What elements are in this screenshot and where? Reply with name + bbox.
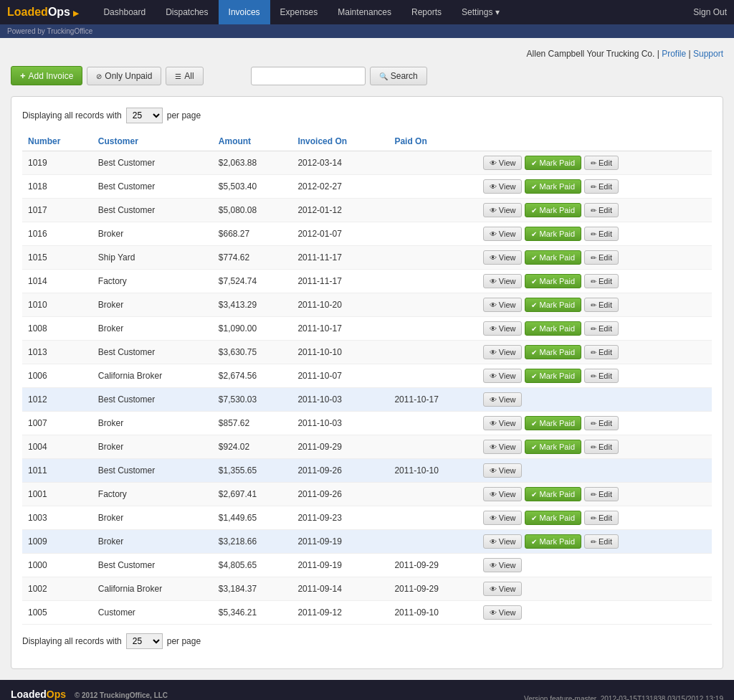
- view-button[interactable]: View: [483, 440, 523, 454]
- eye-icon: [490, 372, 497, 380]
- view-button[interactable]: View: [483, 274, 523, 288]
- eye-icon: [490, 561, 497, 569]
- table-row: 1001 Factory $2,697.41 2011-09-26 View M…: [22, 483, 712, 506]
- view-button[interactable]: View: [483, 582, 523, 596]
- cell-invoiced: 2011-10-10: [292, 341, 389, 364]
- check-icon: [531, 490, 537, 498]
- cell-number: 1006: [22, 364, 92, 388]
- mark-paid-button[interactable]: Mark Paid: [525, 179, 581, 194]
- edit-button[interactable]: Edit: [584, 298, 619, 312]
- only-unpaid-button[interactable]: Only Unpaid: [87, 67, 161, 85]
- view-button[interactable]: View: [483, 227, 523, 241]
- mark-paid-button[interactable]: Mark Paid: [525, 345, 581, 359]
- mark-paid-button[interactable]: Mark Paid: [525, 203, 581, 217]
- eye-icon: [490, 324, 497, 333]
- per-page-select-top[interactable]: 2550100: [126, 108, 163, 123]
- cell-invoiced: 2012-02-27: [292, 175, 389, 199]
- cell-paid: [389, 222, 477, 246]
- edit-button[interactable]: Edit: [584, 250, 619, 265]
- check-icon: [531, 159, 537, 167]
- pencil-icon: [591, 230, 596, 238]
- cell-amount: $3,184.37: [213, 577, 292, 601]
- eye-icon: [490, 395, 497, 404]
- cell-paid: [389, 317, 477, 341]
- nav-settings[interactable]: Settings ▾: [452, 0, 510, 24]
- edit-button[interactable]: Edit: [584, 227, 619, 241]
- col-paid-on: Paid On: [389, 132, 477, 151]
- edit-button[interactable]: Edit: [584, 369, 619, 383]
- edit-button[interactable]: Edit: [584, 440, 619, 454]
- eye-icon: [490, 206, 497, 214]
- view-button[interactable]: View: [483, 345, 523, 359]
- check-icon: [531, 443, 537, 451]
- search-button[interactable]: Search: [370, 67, 427, 85]
- mark-paid-button[interactable]: Mark Paid: [525, 416, 581, 430]
- edit-button[interactable]: Edit: [584, 179, 619, 194]
- eye-icon: [490, 608, 497, 617]
- table-row: 1006 California Broker $2,674.56 2011-10…: [22, 364, 712, 388]
- nav-invoices[interactable]: Invoices: [219, 0, 270, 24]
- mark-paid-button[interactable]: Mark Paid: [525, 250, 581, 265]
- edit-button[interactable]: Edit: [584, 345, 619, 359]
- table-row: 1016 Broker $668.27 2012-01-07 View Mark…: [22, 222, 712, 246]
- per-page-select-bottom[interactable]: 2550100: [126, 633, 163, 649]
- view-button[interactable]: View: [483, 558, 523, 572]
- mark-paid-button[interactable]: Mark Paid: [525, 440, 581, 454]
- table-row: 1012 Best Customer $7,530.03 2011-10-03 …: [22, 388, 712, 412]
- footer: LoadedOps © 2012 TruckingOffice, LLC Pri…: [0, 680, 734, 700]
- nav-dashboard[interactable]: Dashboard: [93, 0, 156, 24]
- mark-paid-button[interactable]: Mark Paid: [525, 298, 581, 312]
- mark-paid-button[interactable]: Mark Paid: [525, 487, 581, 501]
- view-button[interactable]: View: [483, 179, 523, 194]
- view-button[interactable]: View: [483, 416, 523, 430]
- edit-button[interactable]: Edit: [584, 511, 619, 525]
- edit-button[interactable]: Edit: [584, 534, 619, 549]
- cell-number: 1018: [22, 175, 92, 199]
- add-invoice-button[interactable]: Add Invoice: [11, 66, 82, 85]
- view-button[interactable]: View: [483, 534, 523, 549]
- logo[interactable]: LoadedOps ▶: [7, 6, 79, 19]
- view-button[interactable]: View: [483, 321, 523, 336]
- mark-paid-button[interactable]: Mark Paid: [525, 227, 581, 241]
- nav-expenses[interactable]: Expenses: [270, 0, 328, 24]
- edit-button[interactable]: Edit: [584, 274, 619, 288]
- support-link[interactable]: Support: [693, 49, 723, 59]
- mark-paid-button[interactable]: Mark Paid: [525, 534, 581, 549]
- view-button[interactable]: View: [483, 203, 523, 217]
- view-button[interactable]: View: [483, 511, 523, 525]
- view-button[interactable]: View: [483, 605, 523, 620]
- nav-reports[interactable]: Reports: [401, 0, 452, 24]
- search-input[interactable]: [251, 67, 366, 85]
- profile-link[interactable]: Profile: [662, 49, 686, 59]
- nav-maintenances[interactable]: Maintenances: [328, 0, 401, 24]
- cell-number: 1011: [22, 459, 92, 483]
- mark-paid-button[interactable]: Mark Paid: [525, 156, 581, 170]
- footer-logo: LoadedOps © 2012 TruckingOffice, LLC: [11, 689, 168, 700]
- cell-paid: 2011-10-10: [389, 459, 477, 483]
- view-button[interactable]: View: [483, 463, 523, 478]
- edit-button[interactable]: Edit: [584, 487, 619, 501]
- view-button[interactable]: View: [483, 250, 523, 265]
- mark-paid-button[interactable]: Mark Paid: [525, 274, 581, 288]
- cell-invoiced: 2012-01-12: [292, 199, 389, 222]
- sign-out-button[interactable]: Sign Out: [693, 7, 727, 17]
- mark-paid-button[interactable]: Mark Paid: [525, 369, 581, 383]
- all-button[interactable]: All: [166, 67, 203, 85]
- view-button[interactable]: View: [483, 156, 523, 170]
- view-button[interactable]: View: [483, 369, 523, 383]
- mark-paid-button[interactable]: Mark Paid: [525, 321, 581, 336]
- cell-invoiced: 2011-09-29: [292, 435, 389, 459]
- check-icon: [531, 301, 537, 309]
- edit-button[interactable]: Edit: [584, 156, 619, 170]
- cell-customer: Broker: [92, 293, 213, 317]
- view-button[interactable]: View: [483, 298, 523, 312]
- nav-dispatches[interactable]: Dispatches: [156, 0, 218, 24]
- edit-button[interactable]: Edit: [584, 203, 619, 217]
- edit-button[interactable]: Edit: [584, 416, 619, 430]
- edit-button[interactable]: Edit: [584, 321, 619, 336]
- cell-number: 1010: [22, 293, 92, 317]
- mark-paid-button[interactable]: Mark Paid: [525, 511, 581, 525]
- view-button[interactable]: View: [483, 487, 523, 501]
- view-button[interactable]: View: [483, 392, 523, 407]
- table-row: 1008 Broker $1,090.00 2011-10-17 View Ma…: [22, 317, 712, 341]
